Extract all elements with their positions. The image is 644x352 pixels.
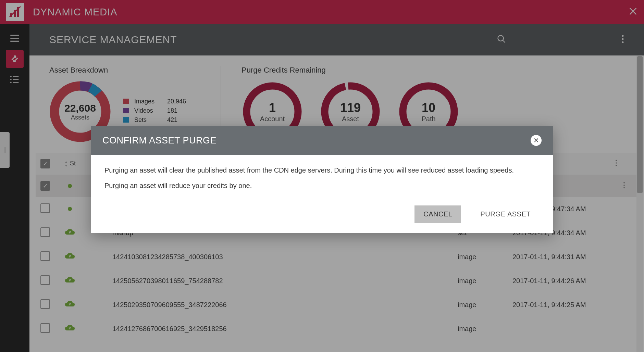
modal-header: CONFIRM ASSET PURGE ✕	[91, 126, 553, 155]
modal-overlay[interactable]: CONFIRM ASSET PURGE ✕ Purging an asset w…	[0, 0, 644, 352]
cancel-button[interactable]: CANCEL	[414, 205, 461, 223]
purge-asset-button[interactable]: PURGE ASSET	[471, 205, 540, 223]
confirm-purge-modal: CONFIRM ASSET PURGE ✕ Purging an asset w…	[91, 126, 553, 233]
modal-body: Purging an asset will clear the publishe…	[91, 155, 553, 199]
modal-text-2: Purging an asset will reduce your credit…	[104, 181, 540, 190]
close-icon: ✕	[531, 135, 542, 146]
modal-title: CONFIRM ASSET PURGE	[102, 135, 216, 146]
modal-text-1: Purging an asset will clear the publishe…	[104, 166, 540, 175]
modal-close-button[interactable]: ✕	[531, 135, 542, 146]
